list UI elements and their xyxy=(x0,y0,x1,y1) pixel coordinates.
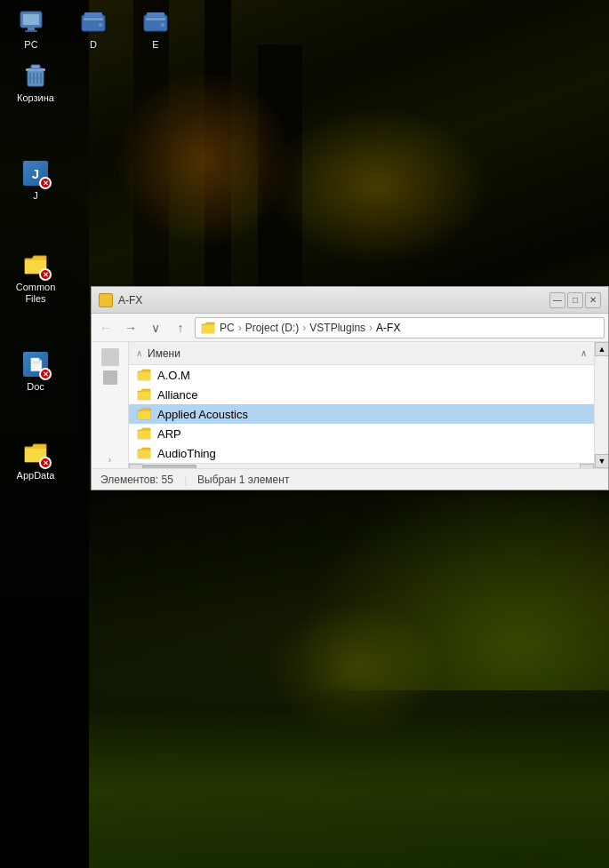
breadcrumb-bar[interactable]: PC › Project (D:) › VSTPlugins › A-FX xyxy=(195,317,605,338)
file-item-arp[interactable]: ARP xyxy=(129,424,594,443)
svg-rect-4 xyxy=(82,15,105,31)
breadcrumb-vstplugins[interactable]: VSTPlugins xyxy=(309,322,365,334)
svg-rect-1 xyxy=(23,14,39,25)
vertical-scrollbar[interactable]: ▲ ▼ xyxy=(594,342,608,468)
scroll-up-btn[interactable]: ▲ xyxy=(595,342,608,356)
sep-1: › xyxy=(238,322,242,334)
svg-rect-5 xyxy=(84,12,102,17)
j-icon: J ✕ xyxy=(21,159,50,187)
explorer-window: A-FX — □ ✕ ← → ∨ ↑ PC › Project (D:) › V… xyxy=(91,286,609,490)
title-bar-controls: — □ ✕ xyxy=(549,292,601,308)
maximize-button[interactable]: □ xyxy=(567,292,583,308)
light-patch2 xyxy=(267,601,445,735)
doc-icon-label: Doc xyxy=(27,381,44,393)
minimize-button[interactable]: — xyxy=(549,292,565,308)
desktop-icon-d[interactable]: D xyxy=(62,4,124,54)
forward-button[interactable]: → xyxy=(120,317,141,338)
desktop-icon-doc[interactable]: 📄 ✕ Doc xyxy=(4,346,67,396)
scroll-thumb[interactable] xyxy=(143,465,196,468)
sort-arrow: ∧ xyxy=(581,348,587,358)
recycle-bin-label: Корзина xyxy=(17,92,54,104)
common-files-label: CommonFiles xyxy=(16,282,56,305)
folder-icon-arp xyxy=(136,426,152,442)
file-item-applied-acoustics[interactable]: Applied Acoustics xyxy=(129,404,594,424)
dropdown-button[interactable]: ∨ xyxy=(145,317,166,338)
breadcrumb-pc[interactable]: PC xyxy=(220,322,235,334)
items-count: Элементов: 55 xyxy=(100,474,173,486)
svg-rect-10 xyxy=(146,18,165,20)
nav-panel-bottom: › xyxy=(92,455,128,465)
sep-2: › xyxy=(302,322,306,334)
nav-collapse-btn[interactable]: › xyxy=(108,455,111,465)
status-sep: | xyxy=(184,474,187,486)
status-bar: Элементов: 55 | Выбран 1 элемент xyxy=(92,468,608,490)
svg-rect-3 xyxy=(25,30,37,32)
desktop-icon-j[interactable]: J ✕ J xyxy=(4,155,67,205)
svg-rect-6 xyxy=(84,18,103,20)
appdata-icon: ✕ xyxy=(21,439,50,467)
file-list: A.O.M Alliance xyxy=(129,365,594,463)
desktop-icon-pc[interactable]: PC xyxy=(0,4,62,54)
folder-icon-alliance xyxy=(136,386,152,402)
e-drive-icon xyxy=(141,8,170,36)
desktop-icon-common-files[interactable]: ✕ CommonFiles xyxy=(4,247,67,308)
top-icon-row: PC D E xyxy=(0,0,187,54)
left-nav-panel: › xyxy=(92,342,129,468)
appdata-icon-label: AppData xyxy=(17,470,55,482)
col-header-label[interactable]: Имени xyxy=(148,347,577,360)
file-item-aom[interactable]: A.O.M xyxy=(129,365,594,385)
e-icon-label: E xyxy=(152,39,158,51)
d-drive-icon xyxy=(79,8,108,36)
scroll-right-btn[interactable]: › xyxy=(580,464,594,469)
desktop-icon-recycle-bin[interactable]: Корзина xyxy=(4,58,67,108)
file-name-arp: ARP xyxy=(157,427,181,441)
folder-icon-applied-acoustics xyxy=(136,406,152,422)
file-item-audiothing[interactable]: AudioThing xyxy=(129,443,594,463)
horizontal-scrollbar[interactable]: ‹ › xyxy=(129,463,594,468)
svg-rect-14 xyxy=(31,65,40,68)
svg-rect-8 xyxy=(144,15,167,31)
breadcrumb-afx[interactable]: A-FX xyxy=(376,322,400,334)
pc-icon xyxy=(17,8,45,36)
file-name-aom: A.O.M xyxy=(157,369,190,382)
doc-icon: 📄 ✕ xyxy=(21,350,50,378)
recycle-bin-icon xyxy=(21,61,50,90)
common-files-icon: ✕ xyxy=(21,251,50,279)
foliage-2 xyxy=(267,107,489,267)
file-name-audiothing: AudioThing xyxy=(157,447,216,460)
desktop-icon-appdata[interactable]: ✕ AppData xyxy=(4,435,67,485)
expand-chevron[interactable]: ∧ xyxy=(136,348,142,358)
content-area: › ∧ Имени ∧ xyxy=(92,342,608,468)
folder-icon-aom xyxy=(136,367,152,383)
sep-3: › xyxy=(369,322,373,334)
scroll-left-btn[interactable]: ‹ xyxy=(129,464,143,469)
column-header: ∧ Имени ∧ xyxy=(129,342,594,365)
breadcrumb-project[interactable]: Project (D:) xyxy=(245,322,300,334)
svg-rect-2 xyxy=(28,28,35,30)
up-button[interactable]: ↑ xyxy=(170,317,191,338)
nav-panel-icon-2 xyxy=(103,370,117,385)
title-bar-folder-icon xyxy=(99,293,113,307)
scroll-track xyxy=(143,464,580,468)
back-button[interactable]: ← xyxy=(95,317,116,338)
nav-panel-icon-1 xyxy=(101,348,119,366)
desktop-icon-e[interactable]: E xyxy=(124,4,187,54)
main-list-area: ∧ Имени ∧ A.O.M xyxy=(129,342,594,468)
svg-point-7 xyxy=(99,23,102,27)
svg-rect-9 xyxy=(147,12,164,17)
scroll-vtrack xyxy=(595,356,608,454)
svg-point-11 xyxy=(161,23,164,27)
scroll-down-btn[interactable]: ▼ xyxy=(595,454,608,468)
file-item-alliance[interactable]: Alliance xyxy=(129,385,594,404)
address-bar: ← → ∨ ↑ PC › Project (D:) › VSTPlugins ›… xyxy=(92,314,608,342)
selected-info: Выбран 1 элемент xyxy=(197,474,289,486)
pc-icon-label: PC xyxy=(24,39,37,51)
file-name-alliance: Alliance xyxy=(157,388,198,402)
sidebar-strip xyxy=(0,0,89,868)
d-icon-label: D xyxy=(90,39,97,51)
close-button[interactable]: ✕ xyxy=(585,292,601,308)
j-icon-label: J xyxy=(33,190,38,202)
file-name-applied-acoustics: Applied Acoustics xyxy=(157,408,248,421)
title-bar: A-FX — □ ✕ xyxy=(92,287,608,314)
folder-icon-audiothing xyxy=(136,445,152,461)
